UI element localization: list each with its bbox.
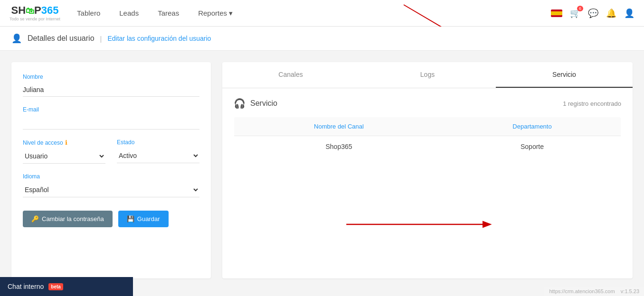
chevron-down-icon: ▾	[229, 9, 233, 18]
page-title: Detalles del usuario	[28, 34, 95, 43]
url-display: https://crm.atencion365.com	[549, 288, 615, 290]
col-departamento: Departamento	[444, 117, 621, 136]
col-nombre-canal: Nombre del Canal	[234, 117, 444, 136]
servicio-table: Nombre del Canal Departamento Shop365 So…	[234, 117, 621, 157]
left-panel: Nombre E-mail Nivel de acceso ℹ Usuario …	[11, 62, 211, 278]
user-icon[interactable]: 👤	[624, 8, 635, 18]
navbar: SH🛍P365 Todo se vende por Internet Table…	[0, 0, 644, 27]
cart-badge: 6	[577, 6, 583, 11]
flag-icon-es[interactable]	[551, 9, 562, 17]
cart-icon[interactable]: 🛒 6	[570, 8, 580, 18]
estado-field: Estado Activo Inactivo	[117, 139, 199, 164]
chat-beta-badge: beta	[48, 283, 63, 290]
status-bar: https://crm.atencion365.com v:1.5.23	[544, 287, 644, 290]
nav-leads[interactable]: Leads	[117, 0, 141, 26]
main-content: Nombre E-mail Nivel de acceso ℹ Usuario …	[0, 51, 644, 290]
user-breadcrumb-icon: 👤	[11, 33, 22, 44]
nav-tablero[interactable]: Tablero	[75, 0, 103, 26]
nav-tareas[interactable]: Tareas	[155, 0, 181, 26]
chat-widget[interactable]: Chat interno beta	[0, 277, 133, 290]
arrow-annotation-2	[222, 62, 633, 278]
tab-logs[interactable]: Logs	[359, 62, 496, 88]
nivel-label: Nivel de acceso ℹ	[23, 139, 105, 146]
nav-right-icons: 🛒 6 💬 🔔 👤	[551, 8, 635, 18]
nav-reportes[interactable]: Reportes ▾	[196, 0, 235, 26]
breadcrumb-bar: 👤 Detalles del usuario | Editar las conf…	[0, 27, 644, 51]
email-field: E-mail	[23, 106, 199, 130]
canal-cell: Shop365	[234, 136, 444, 157]
email-label: E-mail	[23, 106, 199, 113]
tab-servicio[interactable]: Servicio	[496, 62, 633, 88]
chat-label: Chat interno	[8, 283, 44, 290]
servicio-section: 🎧 Servicio 1 registro encontrado Nombre …	[222, 88, 633, 167]
estado-select[interactable]: Activo Inactivo	[117, 148, 199, 163]
logo-bag-icon: 🛍	[26, 6, 34, 16]
nombre-label: Nombre	[23, 74, 199, 80]
nombre-field: Nombre	[23, 74, 199, 97]
servicio-header: 🎧 Servicio 1 registro encontrado	[234, 98, 621, 109]
nivel-estado-row: Nivel de acceso ℹ Usuario Administrador …	[23, 139, 199, 173]
nivel-info-icon[interactable]: ℹ	[65, 139, 67, 146]
action-buttons: 🔑 Cambiar la contraseña 💾 Guardar	[23, 211, 199, 227]
right-panel: Canales Logs Servicio 🎧 Servicio 1 regis…	[222, 62, 633, 278]
email-input[interactable]	[23, 116, 199, 130]
change-password-button[interactable]: 🔑 Cambiar la contraseña	[23, 211, 113, 227]
idioma-select[interactable]: Español English Português	[23, 183, 199, 197]
logo[interactable]: SH🛍P365 Todo se vende por Internet	[9, 5, 60, 21]
headset-icon: 🎧	[234, 98, 246, 109]
table-head: Nombre del Canal Departamento	[234, 117, 621, 136]
idioma-field: Idioma Español English Português	[23, 173, 199, 197]
version-display: v:1.5.23	[621, 288, 639, 290]
nombre-input[interactable]	[23, 83, 199, 97]
chat-icon[interactable]: 💬	[588, 8, 598, 18]
table-body: Shop365 Soporte	[234, 136, 621, 157]
idioma-label: Idioma	[23, 173, 199, 180]
save-icon: 💾	[127, 215, 134, 222]
bell-icon[interactable]: 🔔	[606, 8, 616, 18]
servicio-title: 🎧 Servicio	[234, 98, 277, 109]
breadcrumb-separator: |	[100, 35, 102, 43]
edit-user-settings-link[interactable]: Editar las configuración del usuario	[107, 35, 211, 42]
table-row: Shop365 Soporte	[234, 136, 621, 157]
logo-tagline: Todo se vende por Internet	[9, 17, 60, 21]
tab-canales[interactable]: Canales	[222, 62, 359, 88]
nivel-select[interactable]: Usuario Administrador Supervisor	[23, 149, 105, 164]
save-button[interactable]: 💾 Guardar	[118, 211, 169, 227]
key-icon: 🔑	[31, 215, 39, 222]
nav-links: Tablero Leads Tareas Reportes ▾	[75, 0, 551, 26]
tabs-bar: Canales Logs Servicio	[222, 62, 633, 88]
table-header-row: Nombre del Canal Departamento	[234, 117, 621, 136]
departamento-cell: Soporte	[444, 136, 621, 157]
record-count: 1 registro encontrado	[563, 100, 621, 107]
nivel-field: Nivel de acceso ℹ Usuario Administrador …	[23, 139, 105, 164]
estado-label: Estado	[117, 139, 199, 146]
